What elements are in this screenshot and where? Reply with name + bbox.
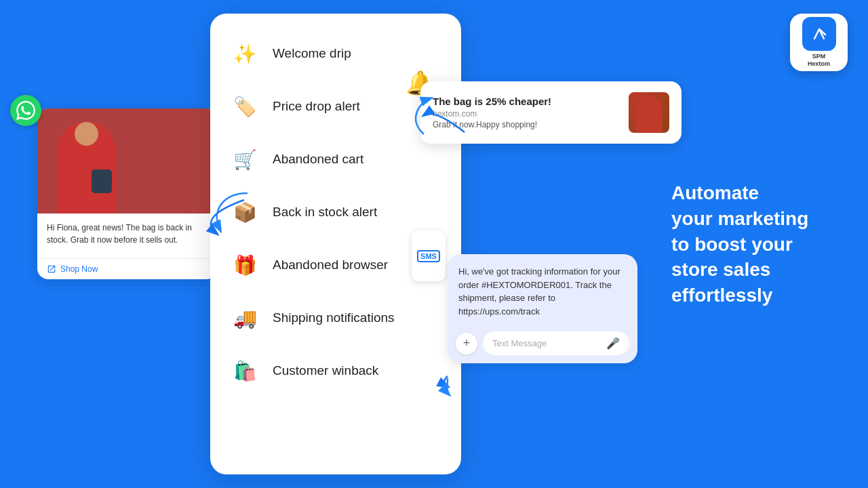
notification-popup: The bag is 25% cheaper! hextom.com Grab … — [420, 81, 682, 144]
sms-input-row: + Text Message 🎤 — [448, 326, 637, 363]
menu-label-winback: Customer winback — [273, 363, 378, 378]
menu-item-winback[interactable]: 🛍️ Customer winback — [210, 344, 461, 397]
notification-title: The bag is 25% cheaper! — [433, 96, 620, 107]
menu-label-welcome-drip: Welcome drip — [273, 46, 351, 61]
spm-icon — [802, 17, 836, 51]
menu-label-back-in-stock: Back in stock alert — [273, 205, 377, 220]
sms-card: Hi, we've got tracking information for y… — [448, 254, 637, 363]
sms-message-text: Hi, we've got tracking information for y… — [458, 265, 627, 318]
notification-content: The bag is 25% cheaper! hextom.com Grab … — [433, 96, 620, 129]
menu-label-abandoned-cart: Abandoned cart — [273, 152, 363, 167]
whatsapp-message-body: Hi Fiona, great news! The bag is back in… — [37, 214, 217, 258]
abandoned-cart-icon: 🛒 — [229, 144, 260, 175]
back-in-stock-icon: 📦 — [229, 197, 260, 228]
price-drop-icon: 🏷️ — [229, 91, 260, 122]
notification-product-image — [629, 92, 669, 133]
shipping-icon: 🚚 — [229, 302, 260, 333]
sms-message-body: Hi, we've got tracking information for y… — [448, 254, 637, 326]
menu-label-price-drop: Price drop alert — [273, 99, 360, 114]
whatsapp-cta[interactable]: Shop Now — [37, 258, 217, 279]
sms-add-button[interactable]: + — [456, 333, 477, 354]
sms-text-input[interactable]: Text Message 🎤 — [483, 331, 629, 355]
sms-phone-icon: SMS — [412, 230, 446, 281]
whatsapp-message-text: Hi Fiona, great news! The bag is back in… — [47, 222, 208, 246]
tagline: Automate your marketing to boost your st… — [671, 180, 827, 308]
notification-url: hextom.com — [433, 109, 620, 119]
microphone-icon: 🎤 — [606, 337, 620, 350]
spm-logo-text: SPM Hextom — [808, 53, 830, 68]
sms-input-placeholder: Text Message — [492, 338, 547, 348]
notification-message: Grab it now.Happy shopping! — [433, 120, 620, 129]
whatsapp-icon — [10, 95, 41, 126]
spm-hextom-logo: SPM Hextom — [790, 14, 848, 71]
winback-icon: 🛍️ — [229, 355, 260, 386]
abandoned-browser-icon: 🎁 — [229, 249, 260, 281]
menu-item-shipping[interactable]: 🚚 Shipping notifications — [210, 291, 461, 344]
menu-label-abandoned-browser: Abandoned browser — [273, 258, 388, 272]
menu-label-shipping: Shipping notifications — [273, 310, 395, 325]
welcome-drip-icon: ✨ — [229, 38, 260, 69]
whatsapp-card: Hi Fiona, great news! The bag is back in… — [37, 108, 217, 279]
product-image — [37, 108, 217, 214]
